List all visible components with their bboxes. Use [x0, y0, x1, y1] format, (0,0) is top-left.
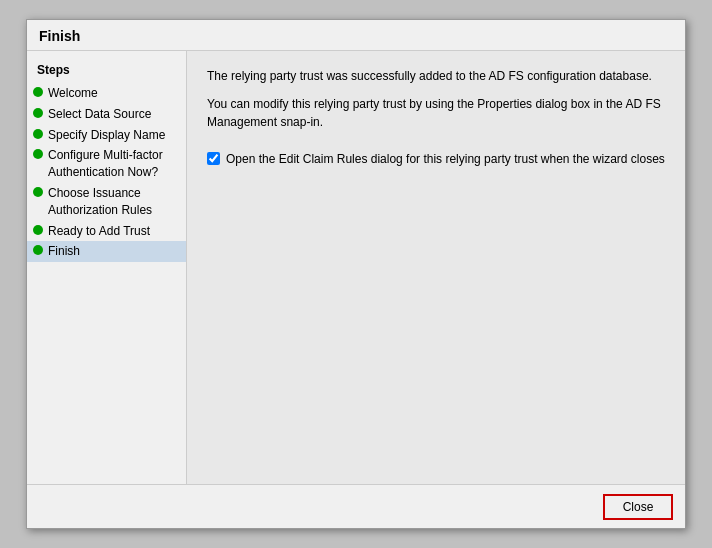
steps-heading: Steps: [27, 59, 186, 83]
sidebar-item-select-data-source: Select Data Source: [27, 104, 186, 125]
modify-message: You can modify this relying party trust …: [207, 95, 665, 131]
status-dot: [33, 87, 43, 97]
status-dot: [33, 149, 43, 159]
dialog-footer: Close: [27, 484, 685, 528]
open-edit-claim-rules-label[interactable]: Open the Edit Claim Rules dialog for thi…: [226, 151, 665, 168]
status-dot: [33, 187, 43, 197]
status-dot: [33, 129, 43, 139]
dialog-body: Steps Welcome Select Data Source Specify…: [27, 51, 685, 484]
sidebar-item-specify-display-name: Specify Display Name: [27, 125, 186, 146]
dialog-title: Finish: [27, 20, 685, 51]
finish-dialog: Finish Steps Welcome Select Data Source …: [26, 19, 686, 529]
status-dot: [33, 225, 43, 235]
open-edit-claim-rules-checkbox[interactable]: [207, 152, 220, 165]
sidebar-item-configure-multifactor: Configure Multi-factor Authentication No…: [27, 145, 186, 183]
sidebar-item-welcome: Welcome: [27, 83, 186, 104]
status-dot: [33, 108, 43, 118]
status-dot: [33, 245, 43, 255]
main-content-area: The relying party trust was successfully…: [187, 51, 685, 484]
sidebar-item-finish: Finish: [27, 241, 186, 262]
success-message: The relying party trust was successfully…: [207, 67, 665, 85]
sidebar-item-choose-issuance: Choose Issuance Authorization Rules: [27, 183, 186, 221]
close-button[interactable]: Close: [603, 494, 673, 520]
steps-sidebar: Steps Welcome Select Data Source Specify…: [27, 51, 187, 484]
checkbox-row: Open the Edit Claim Rules dialog for thi…: [207, 151, 665, 168]
sidebar-item-ready-to-add-trust: Ready to Add Trust: [27, 221, 186, 242]
